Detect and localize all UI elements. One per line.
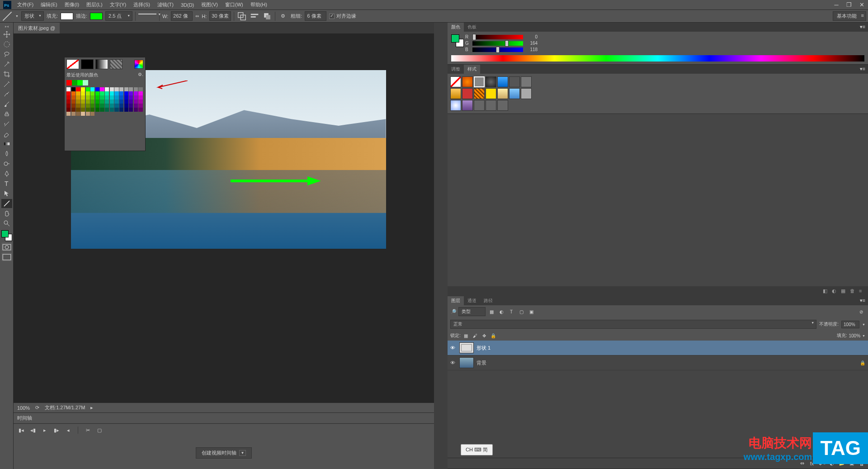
align-edges-checkbox[interactable]: 对齐边缘 xyxy=(329,13,356,19)
style-preset[interactable] xyxy=(462,76,473,87)
style-preset[interactable] xyxy=(486,100,496,111)
palette-color-swatch[interactable] xyxy=(95,104,99,108)
style-preset[interactable] xyxy=(509,76,520,87)
palette-color-swatch[interactable] xyxy=(124,87,128,91)
filter-search-icon[interactable]: 🔎 xyxy=(450,309,457,315)
palette-color-swatch[interactable] xyxy=(129,99,133,104)
popup-settings-icon[interactable]: ⚙. xyxy=(138,72,143,78)
window-restore-icon[interactable]: ❐ xyxy=(843,0,855,9)
palette-color-swatch[interactable] xyxy=(86,104,90,108)
layer-name[interactable]: 形状 1 xyxy=(476,345,865,351)
layer-name[interactable]: 背景 xyxy=(476,360,857,366)
drawn-arrow-shape[interactable] xyxy=(231,176,321,185)
palette-color-swatch[interactable] xyxy=(71,91,75,95)
palette-color-swatch[interactable] xyxy=(95,99,99,104)
fill-color-swatch[interactable] xyxy=(61,13,73,20)
palette-color-swatch[interactable] xyxy=(90,91,94,95)
palette-color-swatch[interactable] xyxy=(134,91,138,95)
panel-menu-icon[interactable]: ▾≡ xyxy=(857,23,868,32)
recent-color-swatch[interactable] xyxy=(66,80,72,85)
palette-color-swatch[interactable] xyxy=(66,108,71,112)
timeline-last-frame-icon[interactable]: ◂ xyxy=(64,426,72,434)
palette-color-swatch[interactable] xyxy=(110,104,114,108)
palette-color-swatch[interactable] xyxy=(114,99,118,104)
style-preset[interactable] xyxy=(486,88,496,99)
zoom-tool[interactable] xyxy=(1,219,12,228)
recent-color-swatch[interactable] xyxy=(77,80,83,85)
blend-mode-dropdown[interactable]: 正常 xyxy=(450,320,816,329)
eyedropper-tool[interactable] xyxy=(1,80,12,89)
palette-color-swatch[interactable] xyxy=(66,112,71,116)
quick-mask-toggle[interactable] xyxy=(2,243,12,251)
height-input[interactable]: 30 像素 xyxy=(209,11,231,21)
palette-color-swatch[interactable] xyxy=(71,108,75,112)
adjustments-tab[interactable]: 调整 xyxy=(448,65,464,74)
palette-color-swatch[interactable] xyxy=(86,91,90,95)
palette-color-swatch[interactable] xyxy=(138,104,142,108)
timeline-play-icon[interactable]: ▸ xyxy=(41,426,49,434)
layers-tab[interactable]: 图层 xyxy=(448,296,464,305)
link-wh-icon[interactable]: ⇔ xyxy=(195,14,199,19)
paths-tab[interactable]: 路径 xyxy=(480,296,496,305)
thickness-input[interactable]: 6 像素 xyxy=(305,11,326,21)
palette-color-swatch[interactable] xyxy=(138,91,142,95)
palette-color-swatch[interactable] xyxy=(71,112,75,116)
gear-icon[interactable]: ⚙ xyxy=(278,12,288,21)
palette-color-swatch[interactable] xyxy=(114,91,118,95)
style-preset[interactable] xyxy=(450,88,461,99)
style-preset[interactable] xyxy=(521,88,532,99)
palette-color-swatch[interactable] xyxy=(100,87,104,91)
path-arrangement-icon[interactable] xyxy=(262,12,272,21)
palette-color-swatch[interactable] xyxy=(100,91,104,95)
palette-color-swatch[interactable] xyxy=(71,99,75,104)
palette-color-swatch[interactable] xyxy=(119,91,123,95)
window-minimize-icon[interactable]: ─ xyxy=(830,0,843,9)
panel-menu-icon[interactable]: ≡ xyxy=(859,288,865,294)
menu-select[interactable]: 选择(S) xyxy=(130,0,154,10)
menu-layer[interactable]: 图层(L) xyxy=(83,0,106,10)
menu-edit[interactable]: 编辑(E) xyxy=(37,0,61,10)
palette-color-swatch[interactable] xyxy=(124,99,128,104)
palette-color-swatch[interactable] xyxy=(81,112,85,116)
width-input[interactable]: 262 像 xyxy=(171,11,193,21)
layer-thumbnail[interactable] xyxy=(459,342,474,353)
fill-opacity-input[interactable]: 100% xyxy=(849,333,860,338)
palette-color-swatch[interactable] xyxy=(105,104,109,108)
panel-menu-icon[interactable]: ▾≡ xyxy=(857,65,868,74)
palette-color-swatch[interactable] xyxy=(124,108,128,112)
fill-solid-button[interactable] xyxy=(81,59,94,69)
timeline-transition-icon[interactable]: ▢ xyxy=(95,426,104,434)
swatches-tab[interactable]: 色板 xyxy=(464,23,480,32)
layer-filter-type-dropdown[interactable]: 类型 xyxy=(458,307,486,316)
healing-brush-tool[interactable] xyxy=(1,90,12,99)
r-slider[interactable] xyxy=(472,35,523,39)
menu-type[interactable]: 文字(Y) xyxy=(106,0,130,10)
palette-color-swatch[interactable] xyxy=(138,99,142,104)
stroke-style-dropdown[interactable]: ▼ xyxy=(138,14,156,19)
palette-color-swatch[interactable] xyxy=(76,87,80,91)
palette-color-swatch[interactable] xyxy=(119,87,123,91)
filter-pixel-icon[interactable]: ▦ xyxy=(487,308,495,315)
palette-color-swatch[interactable] xyxy=(66,91,71,95)
palette-color-swatch[interactable] xyxy=(76,91,80,95)
path-operations-icon[interactable] xyxy=(237,12,247,21)
fill-pattern-button[interactable] xyxy=(110,59,123,69)
palette-color-swatch[interactable] xyxy=(105,99,109,104)
menu-view[interactable]: 视图(V) xyxy=(198,0,222,10)
refresh-icon[interactable]: ⟳ xyxy=(35,405,39,411)
opacity-input[interactable]: 100% xyxy=(841,321,859,328)
lasso-tool[interactable] xyxy=(1,50,12,59)
path-alignment-icon[interactable] xyxy=(250,12,259,21)
create-video-timeline-button[interactable]: 创建视频时间轴 ▼ xyxy=(196,447,252,459)
menu-filter[interactable]: 滤镜(T) xyxy=(154,0,177,10)
hand-tool[interactable] xyxy=(1,209,12,218)
b-slider[interactable] xyxy=(472,47,523,52)
styles-tab[interactable]: 样式 xyxy=(464,65,480,74)
stroke-width-dropdown[interactable]: 2.5 点 xyxy=(105,11,132,21)
color-spectrum-bar[interactable] xyxy=(451,55,864,62)
fill-gradient-button[interactable] xyxy=(95,59,108,69)
foreground-background-colors[interactable] xyxy=(1,230,12,241)
zoom-level[interactable]: 100% xyxy=(17,405,30,411)
menu-help[interactable]: 帮助(H) xyxy=(247,0,271,10)
palette-color-swatch[interactable] xyxy=(81,91,85,95)
